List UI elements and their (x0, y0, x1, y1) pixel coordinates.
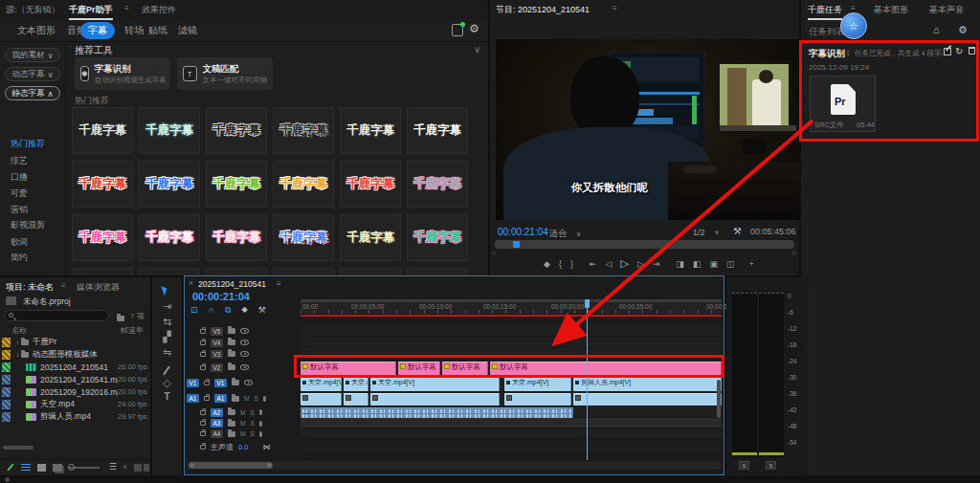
audio-clip[interactable] (504, 393, 571, 406)
freeform-view-button[interactable] (53, 464, 62, 472)
tool-card-subtitle-recognition[interactable]: ✱ 字幕识别自动识别视频生成字幕 (75, 57, 170, 90)
sidebar-group-my-assets[interactable]: 我的素材∨ (5, 48, 60, 62)
source-patch-v1[interactable]: V1 (187, 379, 199, 387)
tab-effect-controls[interactable]: 效果控件 (142, 4, 176, 16)
new-item-button[interactable] (134, 464, 142, 472)
subtitle-style-tile[interactable]: 千鹿字幕 (72, 107, 133, 154)
program-scrubber[interactable] (495, 240, 794, 249)
label-swatch[interactable] (2, 400, 11, 409)
lock-icon[interactable] (204, 396, 210, 401)
thumb-handle-left[interactable] (189, 463, 194, 468)
panel-menu-icon[interactable]: ≡ (61, 281, 66, 290)
category-film[interactable]: 影视混剪 (11, 219, 45, 231)
tab-media-browser[interactable]: 媒体浏览器 (77, 281, 120, 294)
scrubber-playhead[interactable] (513, 241, 520, 248)
sort-icon[interactable]: ☰ (109, 462, 117, 472)
lane-v3[interactable] (301, 348, 722, 361)
hand-tool[interactable]: ◇ (152, 377, 182, 389)
solo-right-button[interactable]: S (766, 461, 776, 470)
lock-icon[interactable] (200, 340, 206, 345)
track-header-master[interactable]: 主声道0.0⋈ (185, 441, 301, 453)
track-header-v5[interactable]: V5 (185, 325, 301, 337)
eye-icon[interactable] (240, 351, 249, 357)
subtitle-style-tile[interactable] (72, 268, 133, 275)
play-button[interactable]: ▷ (620, 257, 628, 270)
ripple-edit-tool[interactable]: ⇆ (152, 316, 182, 328)
lane-v5[interactable] (301, 325, 722, 337)
mic-icon[interactable] (263, 396, 266, 402)
lock-icon[interactable] (200, 431, 206, 436)
subtitle-clip[interactable]: 默认字幕 (398, 362, 440, 375)
column-framerate[interactable]: 帧速率 (121, 325, 144, 336)
label-swatch[interactable] (2, 362, 11, 372)
audio-clip[interactable] (573, 393, 722, 406)
eye-icon[interactable] (240, 328, 249, 334)
nest-sequence-icon[interactable]: ⊡ (190, 305, 198, 316)
folder-icon[interactable] (228, 328, 235, 334)
subtitle-style-tile[interactable]: 千鹿字幕 (340, 107, 401, 154)
lock-icon[interactable] (200, 352, 206, 357)
mark-in-button[interactable]: { (559, 259, 562, 269)
track-header-a2[interactable]: A2MS (185, 406, 301, 418)
eye-icon[interactable] (240, 340, 249, 345)
label-swatch[interactable] (2, 412, 11, 422)
tab-essential-graphics[interactable]: 基本图形 (874, 4, 908, 16)
label-swatch[interactable] (2, 338, 11, 347)
video-clip[interactable]: 天空.mp4[V] (301, 377, 342, 391)
subtitle-clip[interactable]: 默认字幕 (442, 362, 488, 375)
subtitle-style-tile[interactable]: 千鹿字幕 (139, 107, 200, 154)
timeline-vscrollbar[interactable] (717, 380, 721, 418)
subtitle-style-tile[interactable]: 千鹿字幕 (206, 161, 267, 208)
export-frame-button[interactable]: ▣ (709, 259, 718, 269)
comparison-view-button[interactable]: ◫ (726, 259, 735, 269)
close-tab-icon[interactable]: × (189, 278, 193, 288)
step-forward-button[interactable]: ▷ (637, 259, 644, 269)
audio-waveform-clip[interactable] (301, 407, 573, 418)
add-marker-button[interactable]: ◆ (544, 259, 550, 269)
column-name[interactable]: 名称 (11, 325, 27, 336)
subtitle-style-tile[interactable]: 千鹿字幕 (407, 161, 468, 208)
solo-button[interactable]: S (250, 409, 254, 416)
subtitle-style-tile[interactable]: 千鹿字幕 (72, 161, 133, 208)
subtitle-style-tile[interactable] (206, 268, 267, 275)
settings-wrench-icon[interactable]: ⚒ (733, 226, 742, 236)
expand-icon[interactable]: › (16, 350, 19, 360)
project-row[interactable]: 20251204_21054120.00 fps (0, 361, 150, 373)
subtitle-style-tile[interactable] (273, 268, 334, 275)
expand-icon[interactable]: › (16, 338, 19, 347)
subtitle-style-tile[interactable]: 千鹿字幕 (139, 214, 200, 261)
timeline-ruler[interactable]: 00:00 00:00:05:00 00:00:10:00 00:00:15:0… (301, 299, 722, 315)
subtitle-style-tile[interactable] (340, 268, 401, 275)
task-file-card[interactable]: Pr SRC文件 05:44 (810, 76, 876, 132)
tab-project[interactable]: 项目: 未命名 (6, 281, 54, 294)
track-header-v3[interactable]: V3 (185, 348, 301, 360)
program-timecode[interactable]: 00:00:21:04 (498, 227, 548, 237)
video-clip[interactable]: 剪辑人员.mp4[V] (573, 377, 722, 391)
tool-card-script-match[interactable]: T 文稿匹配文本一键对齐时间轴 (177, 57, 273, 90)
lane-v4[interactable] (301, 337, 722, 348)
subtitle-style-tile[interactable]: 千鹿字幕 (206, 214, 267, 261)
trash-icon[interactable] (969, 47, 975, 55)
resolution-dropdown[interactable]: 1/2∨ (693, 228, 720, 237)
track-header-a4[interactable]: A4MS (185, 428, 301, 439)
subtitle-style-tile[interactable]: 千鹿字幕 (340, 214, 401, 261)
subtitle-style-tile[interactable] (407, 268, 468, 275)
solo-button[interactable]: S (250, 420, 254, 427)
marker-icon[interactable]: ◆ (241, 305, 247, 316)
track-header-v2[interactable]: V2 (185, 361, 301, 374)
writable-pencil-icon[interactable] (7, 463, 13, 471)
home-icon[interactable]: ⌂ (933, 24, 940, 35)
category-variety[interactable]: 综艺 (11, 155, 28, 167)
mic-icon[interactable] (259, 409, 262, 415)
subtitle-style-tile[interactable]: 千鹿字幕 (273, 214, 334, 261)
subtitle-style-tile[interactable]: 千鹿字幕 (407, 107, 468, 154)
video-clip[interactable]: 天空.mp4[V] (344, 377, 368, 391)
panel-menu-icon[interactable]: ≡ (612, 4, 617, 12)
audio-clip[interactable] (301, 393, 342, 406)
slip-tool[interactable]: ⇋ (152, 346, 182, 359)
panel-menu-icon[interactable]: ≡ (124, 4, 129, 12)
folder-icon[interactable] (228, 340, 235, 345)
nav-tab-subtitle[interactable]: 字幕 (80, 22, 115, 39)
lock-icon[interactable] (200, 410, 206, 415)
track-header-a1[interactable]: A1 A1MS (185, 392, 301, 405)
